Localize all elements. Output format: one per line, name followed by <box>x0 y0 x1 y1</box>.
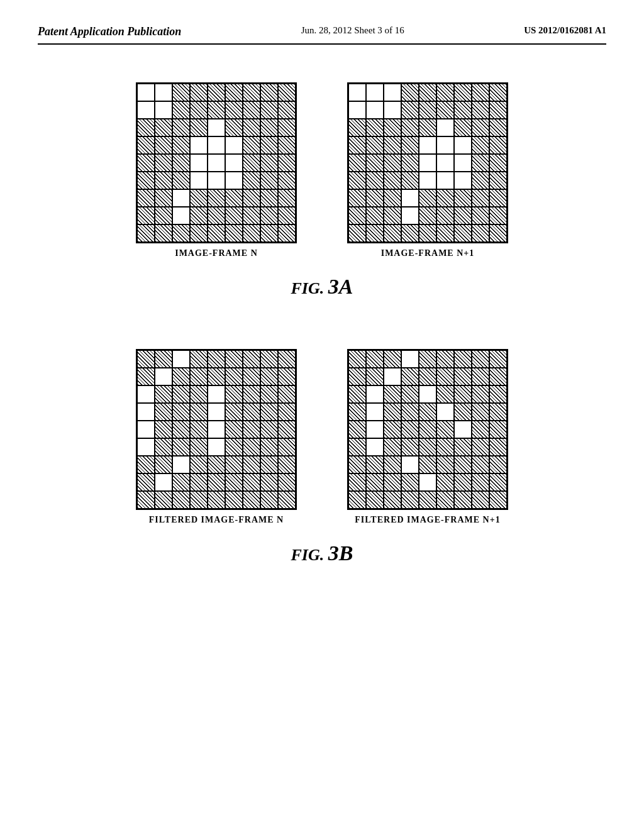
figure-3a-section: IMAGE-FRAME N IMAGE-FRAME N+1 FIG. 3A <box>136 82 508 299</box>
grid-cell <box>436 421 454 438</box>
grid-cell <box>225 421 243 438</box>
grid-cell <box>454 403 472 421</box>
grid-cell <box>419 84 436 101</box>
grid-cell <box>419 403 436 421</box>
grid-cell <box>489 350 507 368</box>
grid-cell <box>155 224 172 242</box>
grid-cell <box>137 403 155 421</box>
grid-cell <box>172 84 190 101</box>
grid-cell <box>172 350 190 368</box>
grid-cell <box>436 456 454 473</box>
grid-cell <box>366 421 384 438</box>
grid-cell <box>243 385 260 403</box>
grid-cell <box>401 438 419 456</box>
grid-cell <box>260 403 278 421</box>
grid-cell <box>137 385 155 403</box>
grid-cell <box>472 491 489 509</box>
grid-cell <box>278 101 296 119</box>
grid-cell <box>137 473 155 491</box>
grid-cell <box>401 350 419 368</box>
grid-cell <box>208 368 225 385</box>
grid-cell <box>208 154 225 172</box>
grid-cell <box>366 84 384 101</box>
grid-cell <box>155 119 172 136</box>
grid-cell <box>472 207 489 224</box>
grid-cell <box>225 189 243 207</box>
grid-cell <box>243 421 260 438</box>
grid-cell <box>190 421 208 438</box>
grid-cell <box>208 189 225 207</box>
grid-cell <box>225 491 243 509</box>
grid-cell <box>384 421 401 438</box>
grid-cell <box>348 154 366 172</box>
grid-cell <box>436 172 454 189</box>
grid-cell <box>260 101 278 119</box>
grid-cell <box>225 101 243 119</box>
grid-cell <box>401 456 419 473</box>
grid-cell <box>260 385 278 403</box>
fig3a-frame-n-grid <box>136 82 297 243</box>
grid-cell <box>260 224 278 242</box>
grid-cell <box>454 84 472 101</box>
grid-cell <box>348 119 366 136</box>
grid-cell <box>208 385 225 403</box>
grid-cell <box>401 172 419 189</box>
grid-cell <box>243 350 260 368</box>
grid-cell <box>137 368 155 385</box>
grid-cell <box>348 101 366 119</box>
fig3a-label: FIG. 3A <box>291 275 353 299</box>
grid-cell <box>208 473 225 491</box>
grid-cell <box>208 224 225 242</box>
grid-cell <box>454 154 472 172</box>
grid-cell <box>348 207 366 224</box>
grid-cell <box>366 350 384 368</box>
grid-cell <box>436 350 454 368</box>
grid-cell <box>190 101 208 119</box>
grid-cell <box>155 207 172 224</box>
grid-cell <box>208 350 225 368</box>
publication-title: Patent Application Publication <box>38 25 181 38</box>
grid-cell <box>155 456 172 473</box>
grid-cell <box>384 385 401 403</box>
grid-cell <box>436 101 454 119</box>
grid-cell <box>419 438 436 456</box>
grid-cell <box>348 224 366 242</box>
grid-cell <box>190 207 208 224</box>
fig3b-frame-n1-grid <box>347 349 508 510</box>
grid-cell <box>155 473 172 491</box>
grid-cell <box>436 368 454 385</box>
grid-cell <box>243 136 260 154</box>
grid-cell <box>190 84 208 101</box>
grid-cell <box>260 491 278 509</box>
grid-cell <box>172 473 190 491</box>
grid-cell <box>366 189 384 207</box>
grid-cell <box>208 101 225 119</box>
grid-cell <box>137 224 155 242</box>
grid-cell <box>225 385 243 403</box>
grid-cell <box>243 154 260 172</box>
grid-cell <box>137 172 155 189</box>
grid-cell <box>384 101 401 119</box>
grid-cell <box>419 136 436 154</box>
grid-cell <box>190 119 208 136</box>
grid-cell <box>155 403 172 421</box>
grid-cell <box>155 438 172 456</box>
grid-cell <box>384 172 401 189</box>
grid-cell <box>208 172 225 189</box>
grid-cell <box>419 421 436 438</box>
grid-cell <box>137 421 155 438</box>
grid-cell <box>348 385 366 403</box>
grid-cell <box>489 421 507 438</box>
grid-cell <box>366 403 384 421</box>
grid-cell <box>366 456 384 473</box>
grid-cell <box>278 473 296 491</box>
grid-cell <box>454 136 472 154</box>
grid-cell <box>454 491 472 509</box>
grid-cell <box>348 136 366 154</box>
grid-cell <box>472 456 489 473</box>
grid-cell <box>401 403 419 421</box>
grid-cell <box>172 403 190 421</box>
fig3a-frame-n-container: IMAGE-FRAME N <box>136 82 297 258</box>
grid-cell <box>243 172 260 189</box>
grid-cell <box>137 119 155 136</box>
